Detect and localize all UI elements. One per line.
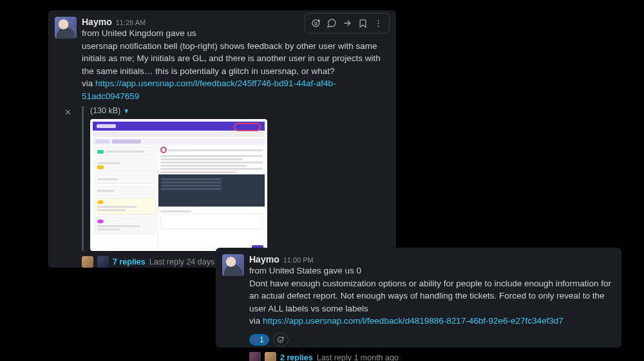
thread-summary[interactable]: 2 replies Last reply 1 month ago bbox=[249, 352, 612, 361]
message-body: from United States gave us 0 Dont have e… bbox=[249, 264, 612, 328]
emoji-reaction-icon[interactable] bbox=[309, 16, 323, 30]
body-line1: from United States gave us 0 bbox=[249, 266, 361, 275]
replier-avatar bbox=[249, 352, 261, 361]
replies-link[interactable]: 2 replies bbox=[280, 353, 313, 361]
body-line1: from United Kingdom gave us bbox=[82, 28, 196, 38]
replier-avatar bbox=[265, 352, 276, 361]
share-icon[interactable] bbox=[340, 16, 354, 30]
via-label: via bbox=[249, 316, 263, 326]
message-hover-actions bbox=[305, 13, 390, 33]
chevron-down-icon[interactable]: ▼ bbox=[123, 107, 129, 115]
body-line2: usersnap notification bell (top-right) s… bbox=[82, 41, 381, 76]
replies-link[interactable]: 7 replies bbox=[113, 257, 146, 266]
replier-avatar bbox=[97, 256, 109, 268]
timestamp[interactable]: 11:28 AM bbox=[116, 19, 146, 26]
avatar[interactable] bbox=[55, 17, 77, 39]
close-icon[interactable]: ✕ bbox=[64, 107, 71, 117]
attachment-header[interactable]: (130 kB) ▼ bbox=[90, 106, 387, 115]
message-header: Haymo 11:00 PM bbox=[249, 254, 612, 264]
author-name[interactable]: Haymo bbox=[249, 254, 279, 264]
replier-avatar bbox=[82, 256, 93, 268]
via-link[interactable]: https://app.usersnap.com/l/feedback/d481… bbox=[263, 316, 564, 326]
svg-point-5 bbox=[377, 25, 379, 26]
author-name[interactable]: Haymo bbox=[82, 17, 112, 27]
reaction-count: 1 bbox=[260, 335, 264, 344]
more-actions-icon[interactable] bbox=[371, 16, 385, 30]
svg-point-1 bbox=[315, 22, 316, 23]
reaction-pill[interactable]: ! 1 bbox=[249, 334, 269, 346]
attachment-size: (130 kB) bbox=[90, 106, 120, 115]
exclamation-icon: ! bbox=[254, 335, 257, 344]
attachment-image[interactable] bbox=[90, 119, 267, 251]
bookmark-icon[interactable] bbox=[355, 16, 370, 30]
last-reply-text: Last reply 1 month ago bbox=[317, 353, 399, 361]
thread-icon[interactable] bbox=[325, 16, 339, 30]
body-line2: Dont have enough customization options o… bbox=[249, 279, 611, 313]
svg-point-4 bbox=[377, 23, 379, 24]
add-reaction-button[interactable] bbox=[273, 333, 289, 347]
reactions-row: ! 1 bbox=[249, 333, 612, 347]
timestamp[interactable]: 11:00 PM bbox=[283, 256, 314, 264]
svg-point-2 bbox=[316, 22, 317, 23]
avatar[interactable] bbox=[222, 254, 244, 276]
svg-point-3 bbox=[377, 20, 379, 21]
attachment-block: ✕ (130 kB) ▼ bbox=[82, 106, 387, 251]
message-card-1: Haymo 11:28 AM from United Kingdom gave … bbox=[48, 10, 396, 268]
message-body: from United Kingdom gave us usersnap not… bbox=[82, 27, 387, 102]
message-card-2: Haymo 11:00 PM from United States gave u… bbox=[216, 248, 621, 347]
via-link[interactable]: https://app.usersnap.com/l/feedback/245f… bbox=[82, 79, 336, 101]
via-label: via bbox=[82, 79, 95, 88]
message-row: Haymo 11:00 PM from United States gave u… bbox=[222, 254, 612, 361]
